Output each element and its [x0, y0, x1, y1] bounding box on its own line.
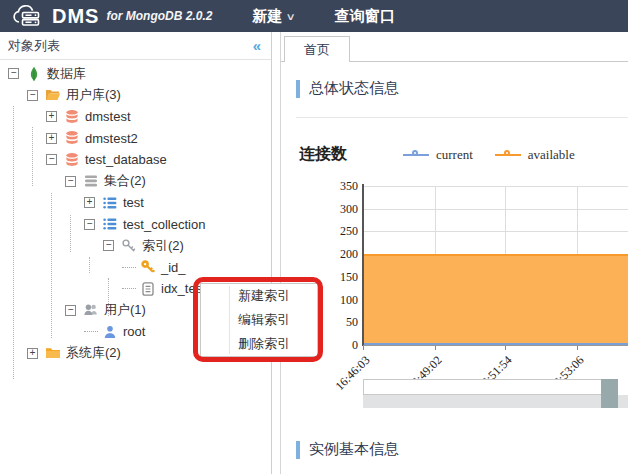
expand-node-icon[interactable]: +: [46, 111, 57, 122]
section-accent-bar: [296, 80, 300, 98]
collapse-sidebar-icon[interactable]: «: [253, 37, 261, 54]
chart-legend: currentavailable: [403, 147, 575, 163]
tab-bar: 首页: [281, 36, 628, 62]
chart-title: 连接数: [299, 144, 347, 165]
tree-item-_id_[interactable]: _id_: [0, 257, 271, 279]
x-axis: [363, 345, 628, 346]
tree-guide-line: [32, 127, 33, 186]
collapse-node-icon[interactable]: −: [46, 154, 57, 165]
legend-item-current[interactable]: current: [403, 147, 473, 163]
dms-mongodb-app: { "topbar": { "product": "DMS", "subtitl…: [0, 0, 628, 474]
expand-node-icon[interactable]: +: [84, 197, 95, 208]
section-overall-status: 总体状态信息: [296, 79, 399, 98]
chart-range-window[interactable]: [363, 379, 602, 395]
tree-guide-line: [108, 278, 109, 316]
tree-guide-line: [51, 193, 52, 338]
chart-scrollbar-thumb[interactable]: [601, 379, 618, 408]
collection-group-icon: [83, 173, 99, 189]
key-gray-icon: [121, 238, 137, 254]
collapse-node-icon[interactable]: −: [65, 176, 76, 187]
section-accent-bar: [296, 441, 300, 459]
key-gold-icon: [140, 259, 156, 275]
context-menu-item-create-index[interactable]: 新建索引: [201, 284, 317, 308]
object-tree-panel: 对象列表 « −数据库−用户库(3)+dmstest+dmstest2−test…: [0, 32, 272, 474]
top-menu-label: 新建: [252, 7, 282, 26]
tree-item-label: 用户库(3): [66, 86, 121, 104]
y-axis: [362, 184, 364, 346]
collapse-node-icon[interactable]: −: [8, 68, 19, 79]
tree-item-test_database[interactable]: −test_database: [0, 149, 271, 171]
collapse-node-icon[interactable]: −: [65, 305, 76, 316]
tree-guide-line: [13, 106, 14, 379]
section-title: 总体状态信息: [309, 79, 399, 98]
chart-scrollbar-track[interactable]: [363, 395, 628, 408]
context-menu-item-edit-index[interactable]: 编辑索引: [201, 308, 317, 332]
tree-item-label: 索引(2): [142, 237, 184, 255]
series-available-area: [363, 254, 628, 345]
y-axis-label: 0: [328, 338, 358, 353]
tree-item-label: root: [123, 324, 145, 339]
database-icon: [64, 109, 80, 125]
legend-item-available[interactable]: available: [495, 147, 575, 163]
tree-item--2-[interactable]: −集合(2): [0, 171, 271, 193]
y-axis-label: 350: [328, 179, 358, 194]
users-icon: [83, 302, 99, 318]
database-icon: [64, 152, 80, 168]
context-menu-item-delete-index[interactable]: 删除索引: [201, 332, 317, 356]
tree-item-dmstest[interactable]: +dmstest: [0, 106, 271, 128]
tree-item--[interactable]: −数据库: [0, 63, 271, 85]
top-menu-label: 查询窗口: [335, 7, 395, 26]
expand-node-icon[interactable]: +: [46, 133, 57, 144]
top-menu-new[interactable]: 新建∨: [252, 7, 294, 26]
y-axis-label: 100: [328, 293, 358, 308]
tree-guide-line: [89, 257, 90, 273]
x-axis-tick: [363, 346, 364, 350]
expand-node-icon[interactable]: +: [27, 348, 38, 359]
app-subtitle: for MongoDB 2.0.2: [106, 9, 212, 23]
tree-item-test[interactable]: +test: [0, 192, 271, 214]
tree-item-label: 用户(1): [104, 301, 146, 319]
database-icon: [64, 130, 80, 146]
object-tree-title: 对象列表: [8, 37, 60, 55]
collapse-node-icon[interactable]: −: [84, 219, 95, 230]
x-axis-tick: [505, 346, 506, 350]
mongodb-leaf-icon: [26, 66, 42, 82]
x-axis-tick: [435, 346, 436, 350]
tree-item--2-[interactable]: −索引(2): [0, 235, 271, 257]
tree-item-dmstest2[interactable]: +dmstest2: [0, 128, 271, 150]
tab-home[interactable]: 首页: [284, 36, 350, 62]
grid-line-h: [363, 209, 628, 210]
context-menu-gutter: [229, 286, 230, 354]
top-navbar: DMS for MongoDB 2.0.2 新建∨查询窗口: [0, 0, 628, 32]
index-context-menu: 新建索引编辑索引删除索引: [200, 283, 318, 357]
tree-guide-line: [70, 215, 71, 252]
top-menu: 新建∨查询窗口: [252, 7, 394, 26]
legend-marker-icon: [403, 154, 429, 156]
index-doc-icon: [140, 281, 156, 297]
collapse-node-icon[interactable]: −: [103, 240, 114, 251]
section-instance-info: 实例基本信息: [296, 440, 399, 459]
tree-item-label: 数据库: [47, 65, 86, 83]
y-axis-label: 150: [328, 270, 358, 285]
tree-item--3-[interactable]: −用户库(3): [0, 85, 271, 107]
tree-item-label: 集合(2): [104, 172, 146, 190]
tree-item-label: _id_: [161, 260, 186, 275]
user-icon: [102, 324, 118, 340]
tree-item-label: test: [123, 195, 144, 210]
collapse-node-icon[interactable]: −: [27, 90, 38, 101]
legend-marker-icon: [495, 154, 521, 156]
folder-closed-icon: [45, 345, 61, 361]
tree-item-label: dmstest2: [85, 131, 138, 146]
tree-connector: [84, 331, 98, 332]
collection-icon: [102, 195, 118, 211]
tree-item-test_collection[interactable]: −test_collection: [0, 214, 271, 236]
tree-connector: [122, 267, 136, 268]
tree-guide-line: [70, 345, 71, 357]
tree-connector: [122, 288, 136, 289]
legend-label: available: [528, 147, 575, 163]
object-tree-header: 对象列表 «: [0, 32, 271, 60]
tree-item-label: test_database: [85, 152, 167, 167]
grid-line-h: [363, 231, 628, 232]
dms-cloud-server-icon: [10, 3, 44, 29]
top-menu-query-window[interactable]: 查询窗口: [335, 7, 395, 26]
